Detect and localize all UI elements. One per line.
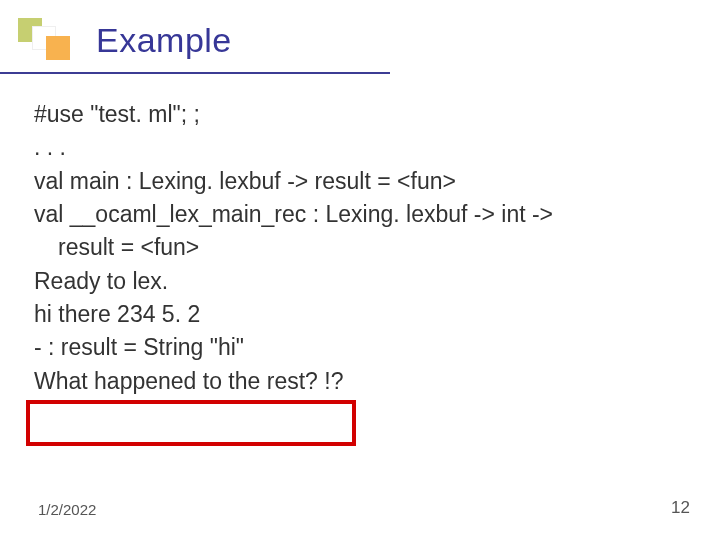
code-line: val __ocaml_lex_main_rec : Lexing. lexbu… [34, 198, 692, 231]
code-line: Ready to lex. [34, 265, 692, 298]
code-line: hi there 234 5. 2 [34, 298, 692, 331]
code-line: - : result = String "hi" [34, 331, 692, 364]
square-orange-icon [46, 36, 70, 60]
footer-page-number: 12 [671, 498, 690, 518]
code-line: #use "test. ml"; ; [34, 98, 692, 131]
code-line: . . . [34, 131, 692, 164]
code-line: val main : Lexing. lexbuf -> result = <f… [34, 165, 692, 198]
slide-body: #use "test. ml"; ; . . . val main : Lexi… [34, 98, 692, 398]
code-line: result = <fun> [34, 231, 692, 264]
code-line: What happened to the rest? !? [34, 365, 692, 398]
slide-header: Example [18, 14, 232, 66]
title-bullet-icon [18, 18, 74, 62]
footer-date: 1/2/2022 [38, 501, 96, 518]
slide-title: Example [96, 21, 232, 60]
slide: Example #use "test. ml"; ; . . . val mai… [0, 0, 720, 540]
title-underline [0, 72, 390, 74]
highlight-rectangle [26, 400, 356, 446]
